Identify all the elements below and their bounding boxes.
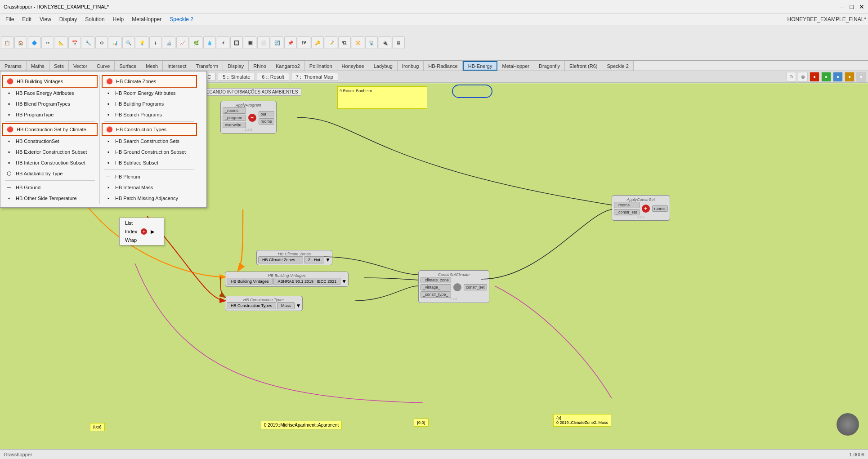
ctx-wrap[interactable]: Wrap bbox=[120, 236, 164, 244]
nav-icon-6[interactable]: ● bbox=[845, 72, 855, 82]
tab-hb-radiance[interactable]: HB-Radiance bbox=[424, 61, 462, 71]
tab-rhino[interactable]: Rhino bbox=[249, 61, 271, 71]
tab-ironbug[interactable]: Ironbug bbox=[398, 61, 424, 71]
tab-sets[interactable]: Sets bbox=[49, 61, 69, 71]
ribbon-icon-2[interactable]: 🏠 bbox=[14, 36, 27, 49]
hb-climate-zones-node[interactable]: HB Climate Zones HB Climate Zones 2 - Ho… bbox=[256, 250, 332, 265]
ribbon-icon-13[interactable]: 🔬 bbox=[163, 36, 175, 49]
restore-button[interactable]: □ bbox=[850, 3, 854, 10]
ctx-index[interactable]: Index + ▶ bbox=[120, 227, 164, 236]
dropdown-hb-exterior-subset[interactable]: ▪ HB Exterior Construction Subset bbox=[2, 147, 98, 157]
building-vintages-btn[interactable]: HB Building Vintages bbox=[227, 278, 273, 285]
ribbon-icon-22[interactable]: 📌 bbox=[284, 36, 297, 49]
ribbon-icon-11[interactable]: 💡 bbox=[136, 36, 148, 49]
tab-kangaroo[interactable]: Kangaroo2 bbox=[271, 61, 305, 71]
ribbon-icon-3[interactable]: 🔷 bbox=[28, 36, 40, 49]
menu-view[interactable]: View bbox=[36, 15, 55, 23]
ctx-list[interactable]: List bbox=[120, 219, 164, 227]
ribbon-icon-9[interactable]: 📊 bbox=[109, 36, 121, 49]
menu-help[interactable]: Help bbox=[109, 15, 128, 23]
nav-icon-4[interactable]: ● bbox=[821, 72, 831, 82]
menu-speckle[interactable]: Speckle 2 bbox=[166, 15, 197, 23]
nav-icon-3[interactable]: ● bbox=[810, 72, 819, 82]
dropdown-hb-subface[interactable]: ▪ HB Subface Subset bbox=[102, 157, 197, 168]
dropdown-hb-construction-set-by-climate[interactable]: 🔴 HB Construction Set by Climate bbox=[2, 123, 98, 136]
dropdown-hb-adiabatic[interactable]: ⬡ HB Adiabatic by Type bbox=[2, 168, 98, 179]
subtab-result[interactable]: 6 :: Result bbox=[257, 73, 289, 81]
tab-intersect[interactable]: Intersect bbox=[163, 61, 191, 71]
tab-speckle[interactable]: Speckle 2 bbox=[602, 61, 633, 71]
ribbon-icon-24[interactable]: 🔑 bbox=[311, 36, 324, 49]
dropdown-hb-ground-subset[interactable]: ▪ HB Ground Construction Subset bbox=[102, 147, 197, 157]
dropdown-hb-blend-program[interactable]: ▪ HB Blend ProgramTypes bbox=[2, 98, 98, 109]
ribbon-icon-8[interactable]: ⚙ bbox=[95, 36, 108, 49]
dropdown-hb-room-energy[interactable]: ▪ HB Room Energy Attributes bbox=[102, 88, 197, 98]
ribbon-icon-19[interactable]: 🔳 bbox=[244, 36, 256, 49]
dropdown-hb-construction-types[interactable]: 🔴 HB Construction Types bbox=[102, 123, 197, 136]
ribbon-icon-7[interactable]: 🔧 bbox=[82, 36, 94, 49]
tab-vector[interactable]: Vector bbox=[69, 61, 92, 71]
subtab-thermal[interactable]: 7 :: Thermal Map bbox=[291, 73, 338, 81]
dropdown-hb-patch-adjacency[interactable]: ▪ HB Patch Missing Adjacency bbox=[102, 193, 197, 204]
ribbon-icon-25[interactable]: 📝 bbox=[325, 36, 337, 49]
dropdown-hb-building-vintages[interactable]: 🔴 HB Building Vintages bbox=[2, 75, 98, 88]
ribbon-icon-26[interactable]: 🏗 bbox=[338, 36, 351, 49]
nav-icon-2[interactable]: ◎ bbox=[798, 72, 808, 82]
ribbon-icon-6[interactable]: 📅 bbox=[68, 36, 81, 49]
ribbon-icon-18[interactable]: 🔲 bbox=[230, 36, 243, 49]
dropdown-hb-construction-set[interactable]: ▪ HB ConstructionSet bbox=[2, 136, 98, 147]
ribbon-icon-27[interactable]: 🔆 bbox=[352, 36, 364, 49]
nav-icon-7[interactable]: ● bbox=[856, 72, 866, 82]
ribbon-icon-17[interactable]: ☀ bbox=[217, 36, 229, 49]
construction-types-btn[interactable]: HB Construction Types bbox=[227, 302, 276, 309]
tab-metahopper[interactable]: MetaHopper bbox=[497, 61, 534, 71]
tab-surface[interactable]: Surface bbox=[115, 61, 141, 71]
ribbon-icon-5[interactable]: 📐 bbox=[55, 36, 67, 49]
climate-zones-arrow[interactable]: ▼ bbox=[325, 257, 331, 263]
dropdown-hb-face-energy[interactable]: ▪ HB Face Energy Attributes bbox=[2, 88, 98, 98]
dropdown-hb-other-side[interactable]: ▪ HB Other Side Temperature bbox=[2, 193, 98, 204]
tab-curve[interactable]: Curve bbox=[92, 61, 115, 71]
ribbon-icon-23[interactable]: 🗺 bbox=[298, 36, 310, 49]
tab-honeybee[interactable]: Honeybee bbox=[337, 61, 369, 71]
tab-display[interactable]: Display bbox=[223, 61, 249, 71]
ribbon-icon-4[interactable]: ✂ bbox=[41, 36, 54, 49]
tab-elefront[interactable]: Elefront (R6) bbox=[565, 61, 602, 71]
tab-dragonfly[interactable]: Dragonfly bbox=[534, 61, 565, 71]
ribbon-icon-12[interactable]: 🌡 bbox=[149, 36, 162, 49]
menu-solution[interactable]: Solution bbox=[81, 15, 108, 23]
tab-ladybug[interactable]: Ladybug bbox=[369, 61, 398, 71]
dropdown-hb-search-construction[interactable]: ▪ HB Search Construction Sets bbox=[102, 136, 197, 147]
tab-transform[interactable]: Transform bbox=[191, 61, 223, 71]
menu-edit[interactable]: Edit bbox=[18, 15, 35, 23]
ribbon-icon-30[interactable]: 🖥 bbox=[392, 36, 405, 49]
dropdown-hb-program-type[interactable]: ▪ HB ProgramType bbox=[2, 109, 98, 120]
dropdown-hb-building-programs[interactable]: ▪ HB Building Programs bbox=[102, 98, 197, 109]
ribbon-icon-21[interactable]: 🔄 bbox=[271, 36, 283, 49]
menu-metahopper[interactable]: MetaHopper bbox=[128, 15, 165, 23]
nav-icon-1[interactable]: ⊙ bbox=[786, 72, 796, 82]
tab-pollination[interactable]: Pollination bbox=[305, 61, 337, 71]
dropdown-hb-plenum[interactable]: ─ HB Plenum bbox=[102, 171, 197, 182]
ribbon-icon-1[interactable]: 📋 bbox=[1, 36, 13, 49]
ribbon-icon-16[interactable]: 💧 bbox=[203, 36, 216, 49]
navigation-circle[interactable] bbox=[837, 413, 859, 436]
ribbon-icon-14[interactable]: 📈 bbox=[176, 36, 189, 49]
dropdown-hb-climate-zones[interactable]: 🔴 HB Climate Zones bbox=[102, 75, 197, 88]
climate-zones-btn[interactable]: HB Climate Zones bbox=[258, 256, 303, 263]
hb-construction-types-node[interactable]: HB Construction Types HB Construction Ty… bbox=[225, 296, 303, 311]
tab-hb-energy[interactable]: HB-Energy bbox=[463, 61, 498, 71]
minimize-button[interactable]: ─ bbox=[840, 3, 845, 10]
ribbon-icon-28[interactable]: 📡 bbox=[365, 36, 378, 49]
dropdown-hb-internal-mass[interactable]: ▪ HB Internal Mass bbox=[102, 182, 197, 193]
construction-types-arrow[interactable]: ▼ bbox=[295, 303, 301, 309]
ribbon-icon-29[interactable]: 🔌 bbox=[379, 36, 391, 49]
hb-building-vintages-node[interactable]: HB Building Vintages HB Building Vintage… bbox=[225, 272, 349, 287]
tab-mesh[interactable]: Mesh bbox=[141, 61, 163, 71]
ribbon-icon-15[interactable]: 🌿 bbox=[190, 36, 202, 49]
menu-display[interactable]: Display bbox=[56, 15, 81, 23]
subtab-simulate[interactable]: 5 :: Simulate bbox=[218, 73, 255, 81]
building-vintages-arrow[interactable]: ▼ bbox=[341, 278, 347, 285]
ribbon-icon-20[interactable]: ⬜ bbox=[257, 36, 270, 49]
ribbon-icon-10[interactable]: 🔍 bbox=[122, 36, 135, 49]
